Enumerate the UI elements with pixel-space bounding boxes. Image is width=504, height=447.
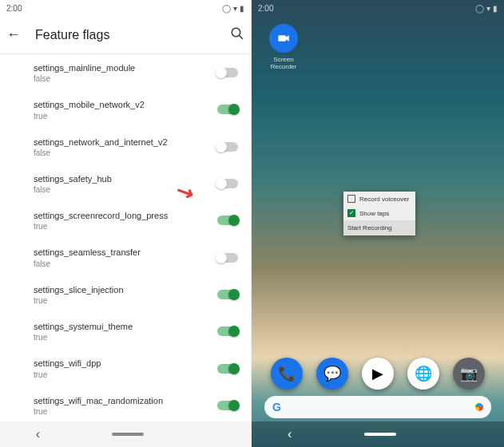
- search-icon[interactable]: [225, 26, 244, 44]
- flag-row[interactable]: settings_mobile_network_v2true: [0, 91, 251, 128]
- nav-back-icon[interactable]: ‹: [36, 427, 40, 441]
- flag-value: true: [34, 370, 101, 379]
- google-search-bar[interactable]: G: [264, 396, 491, 418]
- flag-row[interactable]: settings_mainline_modulefalse: [0, 54, 251, 91]
- app-label: Screen Recorder: [261, 56, 306, 70]
- status-bar-right: 2:00 ◯ ▾ ▮: [252, 0, 504, 16]
- camera-icon: [269, 24, 298, 53]
- flag-name: settings_slice_injection: [34, 284, 124, 295]
- nav-home-pill[interactable]: [112, 433, 144, 436]
- toggle-switch[interactable]: [217, 253, 238, 263]
- toggle-switch[interactable]: [217, 216, 238, 225]
- flag-row[interactable]: settings_wifi_mac_randomizationtrue: [0, 387, 251, 421]
- app-header: ← Feature flags: [0, 16, 251, 54]
- dock-app-play[interactable]: ▶: [362, 358, 394, 390]
- flag-name: settings_systemui_theme: [34, 321, 133, 332]
- nav-bar-right: ‹: [252, 421, 504, 447]
- flag-row[interactable]: settings_safety_hubfalse: [0, 165, 251, 202]
- assistant-icon[interactable]: [475, 403, 483, 411]
- dock-app-chrome[interactable]: 🌐: [407, 358, 439, 390]
- flag-name: settings_mobile_network_v2: [34, 99, 145, 110]
- toggle-switch[interactable]: [217, 290, 238, 299]
- checkbox-checked-icon[interactable]: ✓: [347, 209, 355, 217]
- toggle-switch[interactable]: [217, 105, 238, 114]
- flag-value: true: [34, 296, 124, 305]
- status-time: 2:00: [6, 4, 22, 13]
- flag-value: true: [34, 112, 145, 121]
- screen-recorder-app[interactable]: Screen Recorder: [261, 24, 306, 70]
- flag-value: false: [34, 148, 168, 157]
- dock-app-messages[interactable]: 💬: [316, 358, 348, 390]
- flag-name: settings_safety_hub: [34, 173, 112, 184]
- status-time-right: 2:00: [258, 4, 273, 13]
- flag-value: true: [34, 407, 163, 416]
- nav-back-icon-right[interactable]: ‹: [288, 427, 292, 441]
- nav-bar: ‹: [0, 421, 251, 447]
- voiceover-row[interactable]: Record voiceover: [343, 192, 415, 206]
- toggle-switch[interactable]: [217, 326, 238, 336]
- showtaps-row[interactable]: ✓ Show taps: [343, 206, 415, 220]
- flags-list: settings_mainline_modulefalsesettings_mo…: [0, 54, 251, 421]
- toggle-switch[interactable]: [217, 179, 238, 188]
- google-logo: G: [272, 401, 281, 413]
- toggle-switch[interactable]: [217, 364, 238, 374]
- recorder-dialog: Record voiceover ✓ Show taps Start Recor…: [343, 192, 415, 235]
- flag-value: false: [34, 74, 135, 83]
- toggle-switch[interactable]: [217, 142, 238, 152]
- checkbox-icon[interactable]: [347, 195, 355, 203]
- flag-row[interactable]: settings_network_and_internet_v2false: [0, 129, 251, 165]
- dock-app-phone[interactable]: 📞: [271, 358, 303, 390]
- flag-name: settings_wifi_mac_randomization: [34, 395, 163, 406]
- flag-name: settings_mainline_module: [34, 62, 135, 73]
- voiceover-label: Record voiceover: [359, 196, 409, 203]
- svg-rect-2: [278, 35, 286, 42]
- svg-line-1: [239, 35, 243, 39]
- flag-row[interactable]: settings_seamless_transferfalse: [0, 239, 251, 275]
- flag-row[interactable]: settings_screenrecord_long_presstrue: [0, 202, 251, 239]
- flag-value: false: [34, 185, 112, 194]
- flag-row[interactable]: settings_systemui_themetrue: [0, 313, 251, 350]
- flag-value: true: [34, 222, 168, 231]
- dock: 📞💬▶🌐📷: [252, 354, 504, 393]
- flag-row[interactable]: settings_slice_injectiontrue: [0, 276, 251, 313]
- back-icon[interactable]: ←: [6, 26, 26, 43]
- status-icons: ◯ ▾ ▮: [222, 4, 244, 13]
- showtaps-label: Show taps: [359, 210, 389, 217]
- page-title: Feature flags: [26, 28, 225, 42]
- status-bar: 2:00 ◯ ▾ ▮: [0, 0, 251, 16]
- nav-home-pill-right[interactable]: [364, 433, 396, 436]
- svg-point-0: [232, 28, 240, 37]
- status-icons-right: ◯ ▾ ▮: [475, 4, 498, 13]
- flag-row[interactable]: settings_wifi_dpptrue: [0, 350, 251, 386]
- flag-value: true: [34, 333, 133, 342]
- flag-name: settings_screenrecord_long_press: [34, 210, 168, 221]
- dock-app-camera[interactable]: 📷: [453, 358, 485, 390]
- flag-name: settings_wifi_dpp: [34, 358, 101, 369]
- flag-name: settings_seamless_transfer: [34, 247, 141, 258]
- flag-name: settings_network_and_internet_v2: [34, 136, 168, 148]
- toggle-switch[interactable]: [217, 401, 238, 410]
- start-recording-button[interactable]: Start Recording: [343, 220, 415, 235]
- flag-value: false: [34, 259, 141, 268]
- toggle-switch[interactable]: [217, 68, 238, 77]
